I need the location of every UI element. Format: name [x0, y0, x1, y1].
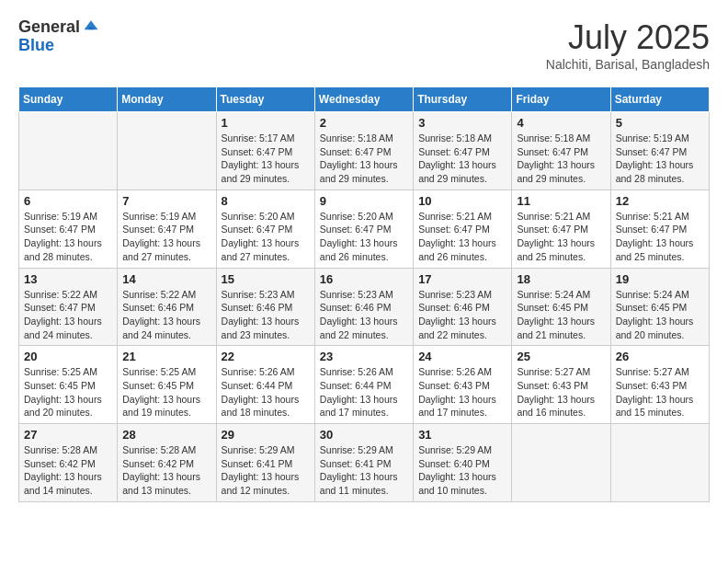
day-number: 21: [122, 350, 210, 363]
calendar-cell: 14Sunrise: 5:22 AM Sunset: 6:46 PM Dayli…: [118, 268, 216, 346]
day-number: 1: [222, 116, 310, 130]
day-number: 7: [122, 194, 210, 208]
calendar-cell: 23Sunrise: 5:26 AM Sunset: 6:44 PM Dayli…: [314, 346, 413, 424]
calendar-cell: 11Sunrise: 5:21 AM Sunset: 6:47 PM Dayli…: [512, 190, 610, 268]
day-info: Sunrise: 5:29 AM Sunset: 6:41 PM Dayligh…: [320, 443, 408, 498]
calendar-cell: 27Sunrise: 5:28 AM Sunset: 6:42 PM Dayli…: [19, 424, 118, 502]
calendar-cell: 3Sunrise: 5:18 AM Sunset: 6:47 PM Daylig…: [414, 112, 512, 190]
day-info: Sunrise: 5:18 AM Sunset: 6:47 PM Dayligh…: [320, 132, 408, 186]
day-of-week-header: Saturday: [610, 87, 709, 112]
calendar-body: 1Sunrise: 5:17 AM Sunset: 6:47 PM Daylig…: [19, 112, 710, 502]
calendar-cell: 10Sunrise: 5:21 AM Sunset: 6:47 PM Dayli…: [414, 190, 512, 268]
calendar-cell: 29Sunrise: 5:29 AM Sunset: 6:41 PM Dayli…: [216, 424, 314, 502]
day-number: 11: [517, 194, 605, 208]
calendar-cell: 28Sunrise: 5:28 AM Sunset: 6:42 PM Dayli…: [118, 424, 216, 502]
calendar-cell: 22Sunrise: 5:26 AM Sunset: 6:44 PM Dayli…: [216, 346, 314, 424]
day-info: Sunrise: 5:19 AM Sunset: 6:47 PM Dayligh…: [24, 210, 112, 264]
calendar-table: SundayMondayTuesdayWednesdayThursdayFrid…: [18, 86, 710, 502]
calendar-cell: 26Sunrise: 5:27 AM Sunset: 6:43 PM Dayli…: [610, 346, 709, 424]
day-info: Sunrise: 5:28 AM Sunset: 6:42 PM Dayligh…: [122, 443, 210, 498]
day-info: Sunrise: 5:23 AM Sunset: 6:46 PM Dayligh…: [222, 288, 310, 342]
logo-blue-text: Blue: [18, 37, 100, 55]
day-info: Sunrise: 5:27 AM Sunset: 6:43 PM Dayligh…: [616, 365, 704, 419]
day-of-week-header: Sunday: [19, 87, 118, 112]
calendar-cell: [118, 112, 216, 190]
calendar-cell: 9Sunrise: 5:20 AM Sunset: 6:47 PM Daylig…: [314, 190, 413, 268]
day-number: 17: [418, 272, 506, 286]
day-number: 23: [320, 350, 408, 363]
day-info: Sunrise: 5:29 AM Sunset: 6:40 PM Dayligh…: [418, 443, 506, 498]
day-of-week-header: Thursday: [414, 87, 512, 112]
day-number: 30: [320, 428, 408, 442]
day-number: 27: [24, 428, 112, 442]
day-number: 24: [418, 350, 506, 363]
day-number: 25: [517, 350, 605, 363]
calendar-week-row: 20Sunrise: 5:25 AM Sunset: 6:45 PM Dayli…: [19, 346, 710, 424]
day-info: Sunrise: 5:26 AM Sunset: 6:43 PM Dayligh…: [418, 365, 506, 419]
day-number: 3: [418, 116, 506, 130]
day-info: Sunrise: 5:24 AM Sunset: 6:45 PM Dayligh…: [517, 288, 605, 342]
day-number: 19: [616, 272, 704, 286]
logo-icon: [82, 17, 100, 35]
day-info: Sunrise: 5:29 AM Sunset: 6:41 PM Dayligh…: [222, 443, 310, 498]
day-number: 14: [122, 272, 210, 286]
day-info: Sunrise: 5:23 AM Sunset: 6:46 PM Dayligh…: [418, 288, 506, 342]
calendar-week-row: 27Sunrise: 5:28 AM Sunset: 6:42 PM Dayli…: [19, 424, 710, 502]
day-number: 28: [122, 428, 210, 442]
day-info: Sunrise: 5:21 AM Sunset: 6:47 PM Dayligh…: [517, 210, 605, 264]
calendar-cell: 12Sunrise: 5:21 AM Sunset: 6:47 PM Dayli…: [610, 190, 709, 268]
calendar-cell: 18Sunrise: 5:24 AM Sunset: 6:45 PM Dayli…: [512, 268, 610, 346]
calendar-cell: 2Sunrise: 5:18 AM Sunset: 6:47 PM Daylig…: [314, 112, 413, 190]
day-info: Sunrise: 5:21 AM Sunset: 6:47 PM Dayligh…: [616, 210, 704, 264]
day-info: Sunrise: 5:25 AM Sunset: 6:45 PM Dayligh…: [122, 365, 210, 419]
day-info: Sunrise: 5:27 AM Sunset: 6:43 PM Dayligh…: [517, 365, 605, 419]
day-info: Sunrise: 5:24 AM Sunset: 6:45 PM Dayligh…: [616, 288, 704, 342]
day-info: Sunrise: 5:22 AM Sunset: 6:47 PM Dayligh…: [24, 288, 112, 342]
calendar-cell: 4Sunrise: 5:18 AM Sunset: 6:47 PM Daylig…: [512, 112, 610, 190]
page-header: General Blue July 2025 Nalchiti, Barisal…: [18, 18, 710, 72]
logo-general-text: General: [18, 18, 80, 37]
day-number: 12: [616, 194, 704, 208]
day-info: Sunrise: 5:21 AM Sunset: 6:47 PM Dayligh…: [418, 210, 506, 264]
calendar-cell: 8Sunrise: 5:20 AM Sunset: 6:47 PM Daylig…: [216, 190, 314, 268]
day-number: 13: [24, 272, 112, 286]
day-info: Sunrise: 5:19 AM Sunset: 6:47 PM Dayligh…: [122, 210, 210, 264]
calendar-cell: 1Sunrise: 5:17 AM Sunset: 6:47 PM Daylig…: [216, 112, 314, 190]
calendar-week-row: 1Sunrise: 5:17 AM Sunset: 6:47 PM Daylig…: [19, 112, 710, 190]
calendar-cell: [512, 424, 610, 502]
day-number: 4: [517, 116, 605, 130]
day-info: Sunrise: 5:22 AM Sunset: 6:46 PM Dayligh…: [122, 288, 210, 342]
day-number: 9: [320, 194, 408, 208]
day-of-week-header: Friday: [512, 87, 610, 112]
calendar-cell: [19, 112, 118, 190]
day-number: 16: [320, 272, 408, 286]
day-of-week-header: Wednesday: [314, 87, 413, 112]
day-number: 5: [616, 116, 704, 130]
calendar-cell: 16Sunrise: 5:23 AM Sunset: 6:46 PM Dayli…: [314, 268, 413, 346]
calendar-cell: 7Sunrise: 5:19 AM Sunset: 6:47 PM Daylig…: [118, 190, 216, 268]
day-of-week-header: Monday: [118, 87, 216, 112]
month-title: July 2025: [546, 18, 710, 57]
calendar-cell: 13Sunrise: 5:22 AM Sunset: 6:47 PM Dayli…: [19, 268, 118, 346]
day-info: Sunrise: 5:18 AM Sunset: 6:47 PM Dayligh…: [418, 132, 506, 186]
svg-rect-0: [89, 28, 94, 30]
day-number: 10: [418, 194, 506, 208]
calendar-cell: 31Sunrise: 5:29 AM Sunset: 6:40 PM Dayli…: [414, 424, 512, 502]
calendar-cell: 19Sunrise: 5:24 AM Sunset: 6:45 PM Dayli…: [610, 268, 709, 346]
day-number: 2: [320, 116, 408, 130]
title-block: July 2025 Nalchiti, Barisal, Bangladesh: [546, 18, 710, 72]
calendar-week-row: 13Sunrise: 5:22 AM Sunset: 6:47 PM Dayli…: [19, 268, 710, 346]
day-info: Sunrise: 5:19 AM Sunset: 6:47 PM Dayligh…: [616, 132, 704, 186]
day-number: 31: [418, 428, 506, 442]
calendar-week-row: 6Sunrise: 5:19 AM Sunset: 6:47 PM Daylig…: [19, 190, 710, 268]
day-number: 18: [517, 272, 605, 286]
calendar-cell: 21Sunrise: 5:25 AM Sunset: 6:45 PM Dayli…: [118, 346, 216, 424]
day-info: Sunrise: 5:20 AM Sunset: 6:47 PM Dayligh…: [222, 210, 310, 264]
day-number: 6: [24, 194, 112, 208]
calendar-cell: 5Sunrise: 5:19 AM Sunset: 6:47 PM Daylig…: [610, 112, 709, 190]
calendar-cell: 20Sunrise: 5:25 AM Sunset: 6:45 PM Dayli…: [19, 346, 118, 424]
calendar-cell: 25Sunrise: 5:27 AM Sunset: 6:43 PM Dayli…: [512, 346, 610, 424]
day-number: 22: [222, 350, 310, 363]
calendar-cell: 17Sunrise: 5:23 AM Sunset: 6:46 PM Dayli…: [414, 268, 512, 346]
day-number: 29: [222, 428, 310, 442]
